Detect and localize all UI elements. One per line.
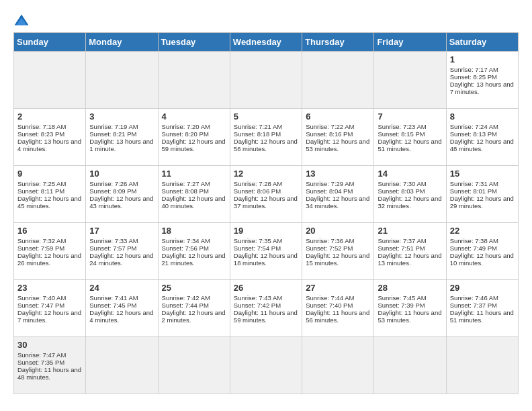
- calendar-cell: [374, 337, 446, 394]
- sunset-label: Sunset: 7:44 PM: [162, 302, 209, 309]
- sunset-label: Sunset: 7:59 PM: [17, 244, 64, 252]
- daylight-label: Daylight: 12 hours and 24 minutes.: [89, 252, 153, 267]
- sunset-label: Sunset: 7:52 PM: [306, 244, 353, 252]
- day-number: 22: [450, 226, 515, 236]
- daylight-label: Daylight: 12 hours and 15 minutes.: [306, 252, 369, 267]
- sunrise-label: Sunrise: 7:27 AM: [162, 180, 210, 187]
- calendar-cell: 11Sunrise: 7:27 AMSunset: 8:08 PMDayligh…: [158, 166, 230, 223]
- calendar-cell: 5Sunrise: 7:21 AMSunset: 8:18 PMDaylight…: [230, 109, 302, 166]
- calendar-cell: [446, 337, 518, 394]
- daylight-label: Daylight: 12 hours and 32 minutes.: [378, 195, 441, 210]
- sunset-label: Sunset: 7:51 PM: [378, 244, 425, 252]
- calendar-cell: [14, 52, 86, 109]
- daylight-label: Daylight: 12 hours and 2 minutes.: [162, 309, 226, 324]
- calendar-cell: 29Sunrise: 7:46 AMSunset: 7:37 PMDayligh…: [446, 280, 518, 337]
- daylight-label: Daylight: 12 hours and 51 minutes.: [378, 138, 441, 152]
- sunrise-label: Sunrise: 7:32 AM: [17, 237, 66, 244]
- sunset-label: Sunset: 7:37 PM: [450, 302, 497, 309]
- sunset-label: Sunset: 7:54 PM: [234, 244, 281, 252]
- calendar-cell: 1Sunrise: 7:17 AMSunset: 8:25 PMDaylight…: [446, 52, 518, 109]
- day-number: 8: [450, 111, 515, 122]
- logo: [13, 13, 32, 30]
- daylight-label: Daylight: 12 hours and 43 minutes.: [89, 195, 153, 210]
- daylight-label: Daylight: 13 hours and 4 minutes.: [17, 138, 81, 152]
- daylight-label: Daylight: 13 hours and 1 minute.: [89, 138, 153, 152]
- calendar-cell: 9Sunrise: 7:25 AMSunset: 8:11 PMDaylight…: [14, 166, 86, 223]
- calendar-cell: 25Sunrise: 7:42 AMSunset: 7:44 PMDayligh…: [158, 280, 230, 337]
- calendar-week-1: 1Sunrise: 7:17 AMSunset: 8:25 PMDaylight…: [14, 52, 519, 109]
- sunset-label: Sunset: 8:03 PM: [378, 187, 425, 195]
- day-number: 17: [89, 226, 154, 236]
- day-number: 10: [89, 169, 154, 179]
- sunrise-label: Sunrise: 7:21 AM: [234, 123, 282, 130]
- day-number: 6: [306, 111, 370, 122]
- daylight-label: Daylight: 11 hours and 48 minutes.: [17, 366, 81, 381]
- sunset-label: Sunset: 8:13 PM: [450, 130, 497, 138]
- day-number: 3: [89, 111, 154, 122]
- calendar-cell: [230, 337, 302, 394]
- day-number: 29: [450, 283, 515, 293]
- calendar-week-4: 16Sunrise: 7:32 AMSunset: 7:59 PMDayligh…: [14, 223, 519, 280]
- sunrise-label: Sunrise: 7:25 AM: [17, 180, 66, 187]
- daylight-label: Daylight: 11 hours and 53 minutes.: [378, 309, 441, 324]
- sunrise-label: Sunrise: 7:34 AM: [162, 237, 210, 244]
- sunrise-label: Sunrise: 7:22 AM: [306, 123, 354, 130]
- daylight-label: Daylight: 12 hours and 53 minutes.: [306, 138, 369, 152]
- sunset-label: Sunset: 8:08 PM: [162, 187, 209, 195]
- sunrise-label: Sunrise: 7:18 AM: [17, 123, 66, 130]
- calendar-cell: 14Sunrise: 7:30 AMSunset: 8:03 PMDayligh…: [374, 166, 446, 223]
- sunrise-label: Sunrise: 7:42 AM: [162, 294, 210, 302]
- sunrise-label: Sunrise: 7:36 AM: [306, 237, 354, 244]
- daylight-label: Daylight: 13 hours and 7 minutes.: [450, 81, 514, 95]
- sunset-label: Sunset: 7:49 PM: [450, 244, 497, 252]
- daylight-label: Daylight: 11 hours and 59 minutes.: [234, 309, 298, 324]
- header-monday: Monday: [86, 33, 158, 52]
- daylight-label: Daylight: 11 hours and 51 minutes.: [450, 309, 514, 324]
- page-header: [13, 13, 519, 30]
- calendar-cell: 6Sunrise: 7:22 AMSunset: 8:16 PMDaylight…: [302, 109, 374, 166]
- day-number: 7: [378, 111, 442, 122]
- daylight-label: Daylight: 12 hours and 10 minutes.: [450, 252, 514, 267]
- sunset-label: Sunset: 8:16 PM: [306, 130, 353, 138]
- day-number: 28: [378, 283, 442, 293]
- day-number: 21: [378, 226, 442, 236]
- daylight-label: Daylight: 12 hours and 34 minutes.: [306, 195, 369, 210]
- sunrise-label: Sunrise: 7:44 AM: [306, 294, 354, 302]
- calendar-cell: 20Sunrise: 7:36 AMSunset: 7:52 PMDayligh…: [302, 223, 374, 280]
- sunrise-label: Sunrise: 7:23 AM: [378, 123, 426, 130]
- sunrise-label: Sunrise: 7:28 AM: [234, 180, 282, 187]
- calendar-cell: [230, 52, 302, 109]
- daylight-label: Daylight: 12 hours and 13 minutes.: [378, 252, 441, 267]
- calendar-cell: [158, 337, 230, 394]
- logo-icon: [13, 13, 30, 30]
- sunset-label: Sunset: 7:45 PM: [89, 302, 136, 309]
- calendar-cell: 4Sunrise: 7:20 AMSunset: 8:20 PMDaylight…: [158, 109, 230, 166]
- daylight-label: Daylight: 12 hours and 26 minutes.: [17, 252, 81, 267]
- calendar-cell: 17Sunrise: 7:33 AMSunset: 7:57 PMDayligh…: [86, 223, 158, 280]
- day-number: 20: [306, 226, 370, 236]
- day-number: 1: [450, 54, 515, 64]
- calendar-cell: [158, 52, 230, 109]
- day-number: 25: [162, 283, 226, 293]
- header-saturday: Saturday: [446, 33, 518, 52]
- sunrise-label: Sunrise: 7:47 AM: [17, 351, 66, 359]
- calendar-cell: 12Sunrise: 7:28 AMSunset: 8:06 PMDayligh…: [230, 166, 302, 223]
- sunset-label: Sunset: 7:40 PM: [306, 302, 353, 309]
- day-number: 13: [306, 169, 370, 179]
- day-number: 15: [450, 169, 515, 179]
- calendar-cell: 22Sunrise: 7:38 AMSunset: 7:49 PMDayligh…: [446, 223, 518, 280]
- daylight-label: Daylight: 12 hours and 7 minutes.: [17, 309, 81, 324]
- day-number: 23: [17, 283, 82, 293]
- calendar-cell: 3Sunrise: 7:19 AMSunset: 8:21 PMDaylight…: [86, 109, 158, 166]
- calendar-cell: 21Sunrise: 7:37 AMSunset: 7:51 PMDayligh…: [374, 223, 446, 280]
- day-number: 18: [162, 226, 226, 236]
- calendar-cell: 13Sunrise: 7:29 AMSunset: 8:04 PMDayligh…: [302, 166, 374, 223]
- sunrise-label: Sunrise: 7:30 AM: [378, 180, 426, 187]
- calendar-cell: [302, 337, 374, 394]
- calendar-cell: 15Sunrise: 7:31 AMSunset: 8:01 PMDayligh…: [446, 166, 518, 223]
- daylight-label: Daylight: 12 hours and 59 minutes.: [162, 138, 226, 152]
- daylight-label: Daylight: 12 hours and 21 minutes.: [162, 252, 226, 267]
- sunset-label: Sunset: 8:15 PM: [378, 130, 425, 138]
- sunrise-label: Sunrise: 7:38 AM: [450, 237, 498, 244]
- daylight-label: Daylight: 12 hours and 18 minutes.: [234, 252, 298, 267]
